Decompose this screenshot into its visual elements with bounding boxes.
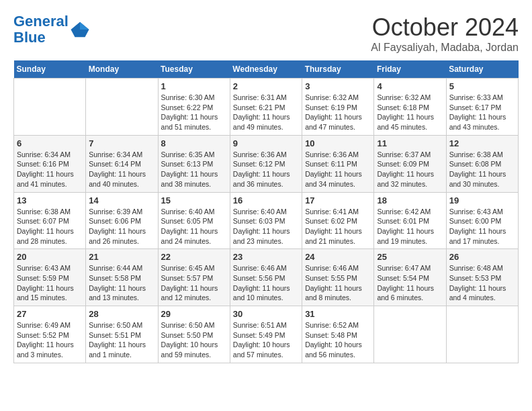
day-info: Sunrise: 6:38 AM Sunset: 6:08 PM Dayligh… [449,150,515,189]
location-subtitle: Al Faysaliyah, Madaba, Jordan [371,42,519,54]
week-row-1: 1Sunrise: 6:30 AM Sunset: 6:22 PM Daylig… [14,79,519,136]
day-number: 20 [17,252,83,262]
day-number: 26 [449,252,515,262]
calendar-cell [86,79,158,136]
day-number: 10 [305,138,371,148]
day-number: 17 [305,195,371,205]
calendar-cell: 24Sunrise: 6:46 AM Sunset: 5:55 PM Dayli… [302,249,374,306]
day-number: 30 [233,309,299,319]
day-info: Sunrise: 6:35 AM Sunset: 6:13 PM Dayligh… [161,150,227,189]
day-number: 2 [233,81,299,91]
weekday-header-friday: Friday [374,60,446,79]
day-number: 12 [449,138,515,148]
day-info: Sunrise: 6:32 AM Sunset: 6:18 PM Dayligh… [377,93,443,132]
day-info: Sunrise: 6:50 AM Sunset: 5:50 PM Dayligh… [161,320,227,360]
day-info: Sunrise: 6:34 AM Sunset: 6:16 PM Dayligh… [17,150,83,189]
day-number: 7 [89,138,154,148]
calendar-cell: 15Sunrise: 6:40 AM Sunset: 6:05 PM Dayli… [158,192,230,249]
day-number: 5 [449,81,515,91]
weekday-header-tuesday: Tuesday [158,60,230,79]
day-info: Sunrise: 6:46 AM Sunset: 5:55 PM Dayligh… [305,263,371,303]
logo: GeneralBlue [13,13,90,46]
day-info: Sunrise: 6:52 AM Sunset: 5:48 PM Dayligh… [305,320,371,360]
day-info: Sunrise: 6:42 AM Sunset: 6:01 PM Dayligh… [377,207,443,246]
calendar-cell: 17Sunrise: 6:41 AM Sunset: 6:02 PM Dayli… [302,192,374,249]
logo-icon [70,19,90,40]
weekday-header-saturday: Saturday [446,60,518,79]
week-row-3: 13Sunrise: 6:38 AM Sunset: 6:07 PM Dayli… [14,192,519,249]
weekday-header-row: SundayMondayTuesdayWednesdayThursdayFrid… [14,60,519,79]
weekday-header-thursday: Thursday [302,60,374,79]
day-number: 31 [305,309,371,319]
week-row-5: 27Sunrise: 6:49 AM Sunset: 5:52 PM Dayli… [14,306,519,363]
day-number: 3 [305,81,371,91]
calendar-cell: 25Sunrise: 6:47 AM Sunset: 5:54 PM Dayli… [374,249,446,306]
day-number: 13 [17,195,83,205]
calendar-cell: 31Sunrise: 6:52 AM Sunset: 5:48 PM Dayli… [302,306,374,363]
day-number: 15 [161,195,227,205]
calendar-cell: 1Sunrise: 6:30 AM Sunset: 6:22 PM Daylig… [158,79,230,136]
day-info: Sunrise: 6:43 AM Sunset: 6:00 PM Dayligh… [449,207,515,246]
day-info: Sunrise: 6:30 AM Sunset: 6:22 PM Dayligh… [161,93,227,132]
day-info: Sunrise: 6:40 AM Sunset: 6:05 PM Dayligh… [161,207,227,246]
day-info: Sunrise: 6:41 AM Sunset: 6:02 PM Dayligh… [305,207,371,246]
day-info: Sunrise: 6:46 AM Sunset: 5:56 PM Dayligh… [233,263,299,303]
calendar-cell: 21Sunrise: 6:44 AM Sunset: 5:58 PM Dayli… [86,249,158,306]
svg-marker-1 [80,22,89,30]
day-info: Sunrise: 6:31 AM Sunset: 6:21 PM Dayligh… [233,93,299,132]
calendar-cell [374,306,446,363]
page-header: GeneralBlue October 2024 Al Faysaliyah, … [13,13,519,54]
day-info: Sunrise: 6:50 AM Sunset: 5:51 PM Dayligh… [89,320,154,360]
week-row-4: 20Sunrise: 6:43 AM Sunset: 5:59 PM Dayli… [14,249,519,306]
calendar-cell: 28Sunrise: 6:50 AM Sunset: 5:51 PM Dayli… [86,306,158,363]
weekday-header-monday: Monday [86,60,158,79]
day-info: Sunrise: 6:37 AM Sunset: 6:09 PM Dayligh… [377,150,443,189]
calendar-cell: 9Sunrise: 6:36 AM Sunset: 6:12 PM Daylig… [230,135,302,192]
day-number: 29 [161,309,227,319]
calendar-cell: 29Sunrise: 6:50 AM Sunset: 5:50 PM Dayli… [158,306,230,363]
day-number: 28 [89,309,154,319]
calendar-table: SundayMondayTuesdayWednesdayThursdayFrid… [13,60,519,363]
day-info: Sunrise: 6:34 AM Sunset: 6:14 PM Dayligh… [89,150,154,189]
day-number: 27 [17,309,83,319]
day-info: Sunrise: 6:49 AM Sunset: 5:52 PM Dayligh… [17,320,83,360]
day-info: Sunrise: 6:36 AM Sunset: 6:11 PM Dayligh… [305,150,371,189]
month-title: October 2024 [371,13,519,42]
weekday-header-wednesday: Wednesday [230,60,302,79]
day-number: 25 [377,252,443,262]
day-number: 21 [89,252,154,262]
day-number: 6 [17,138,83,148]
day-number: 23 [233,252,299,262]
calendar-cell: 18Sunrise: 6:42 AM Sunset: 6:01 PM Dayli… [374,192,446,249]
day-info: Sunrise: 6:39 AM Sunset: 6:06 PM Dayligh… [89,207,154,246]
day-number: 22 [161,252,227,262]
calendar-cell: 26Sunrise: 6:48 AM Sunset: 5:53 PM Dayli… [446,249,518,306]
calendar-cell: 7Sunrise: 6:34 AM Sunset: 6:14 PM Daylig… [86,135,158,192]
day-info: Sunrise: 6:47 AM Sunset: 5:54 PM Dayligh… [377,263,443,303]
calendar-cell [14,79,86,136]
calendar-cell: 8Sunrise: 6:35 AM Sunset: 6:13 PM Daylig… [158,135,230,192]
day-info: Sunrise: 6:45 AM Sunset: 5:57 PM Dayligh… [161,263,227,303]
day-number: 14 [89,195,154,205]
day-info: Sunrise: 6:51 AM Sunset: 5:49 PM Dayligh… [233,320,299,360]
calendar-cell: 27Sunrise: 6:49 AM Sunset: 5:52 PM Dayli… [14,306,86,363]
calendar-cell: 3Sunrise: 6:32 AM Sunset: 6:19 PM Daylig… [302,79,374,136]
calendar-cell: 20Sunrise: 6:43 AM Sunset: 5:59 PM Dayli… [14,249,86,306]
day-number: 19 [449,195,515,205]
day-number: 1 [161,81,227,91]
logo-text: GeneralBlue [13,13,69,46]
day-info: Sunrise: 6:33 AM Sunset: 6:17 PM Dayligh… [449,93,515,132]
day-number: 9 [233,138,299,148]
calendar-cell: 14Sunrise: 6:39 AM Sunset: 6:06 PM Dayli… [86,192,158,249]
calendar-cell: 4Sunrise: 6:32 AM Sunset: 6:18 PM Daylig… [374,79,446,136]
day-info: Sunrise: 6:44 AM Sunset: 5:58 PM Dayligh… [89,263,154,303]
calendar-cell: 5Sunrise: 6:33 AM Sunset: 6:17 PM Daylig… [446,79,518,136]
calendar-cell: 19Sunrise: 6:43 AM Sunset: 6:00 PM Dayli… [446,192,518,249]
day-info: Sunrise: 6:32 AM Sunset: 6:19 PM Dayligh… [305,93,371,132]
calendar-cell: 16Sunrise: 6:40 AM Sunset: 6:03 PM Dayli… [230,192,302,249]
calendar-cell: 12Sunrise: 6:38 AM Sunset: 6:08 PM Dayli… [446,135,518,192]
day-number: 8 [161,138,227,148]
calendar-cell: 10Sunrise: 6:36 AM Sunset: 6:11 PM Dayli… [302,135,374,192]
calendar-cell: 11Sunrise: 6:37 AM Sunset: 6:09 PM Dayli… [374,135,446,192]
day-number: 4 [377,81,443,91]
